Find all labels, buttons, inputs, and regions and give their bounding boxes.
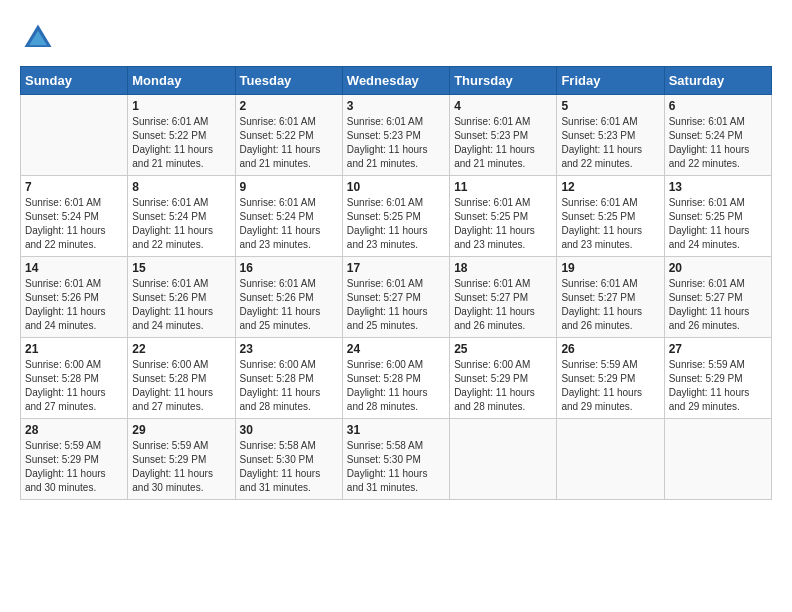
day-number: 19 [561, 261, 659, 275]
day-cell: 27Sunrise: 5:59 AMSunset: 5:29 PMDayligh… [664, 338, 771, 419]
day-number: 24 [347, 342, 445, 356]
day-cell: 4Sunrise: 6:01 AMSunset: 5:23 PMDaylight… [450, 95, 557, 176]
day-cell: 11Sunrise: 6:01 AMSunset: 5:25 PMDayligh… [450, 176, 557, 257]
day-number: 20 [669, 261, 767, 275]
day-info: Sunrise: 6:01 AMSunset: 5:26 PMDaylight:… [240, 277, 338, 333]
day-number: 3 [347, 99, 445, 113]
day-info: Sunrise: 6:01 AMSunset: 5:24 PMDaylight:… [240, 196, 338, 252]
day-info: Sunrise: 6:00 AMSunset: 5:28 PMDaylight:… [240, 358, 338, 414]
header-saturday: Saturday [664, 67, 771, 95]
day-cell: 17Sunrise: 6:01 AMSunset: 5:27 PMDayligh… [342, 257, 449, 338]
day-number: 12 [561, 180, 659, 194]
day-info: Sunrise: 5:59 AMSunset: 5:29 PMDaylight:… [561, 358, 659, 414]
header-wednesday: Wednesday [342, 67, 449, 95]
day-number: 15 [132, 261, 230, 275]
day-info: Sunrise: 5:59 AMSunset: 5:29 PMDaylight:… [669, 358, 767, 414]
day-cell: 8Sunrise: 6:01 AMSunset: 5:24 PMDaylight… [128, 176, 235, 257]
day-cell: 28Sunrise: 5:59 AMSunset: 5:29 PMDayligh… [21, 419, 128, 500]
day-info: Sunrise: 6:01 AMSunset: 5:23 PMDaylight:… [347, 115, 445, 171]
day-number: 22 [132, 342, 230, 356]
header-sunday: Sunday [21, 67, 128, 95]
day-cell: 26Sunrise: 5:59 AMSunset: 5:29 PMDayligh… [557, 338, 664, 419]
day-cell: 1Sunrise: 6:01 AMSunset: 5:22 PMDaylight… [128, 95, 235, 176]
day-info: Sunrise: 6:00 AMSunset: 5:28 PMDaylight:… [347, 358, 445, 414]
day-cell: 20Sunrise: 6:01 AMSunset: 5:27 PMDayligh… [664, 257, 771, 338]
day-cell: 31Sunrise: 5:58 AMSunset: 5:30 PMDayligh… [342, 419, 449, 500]
calendar-header-row: SundayMondayTuesdayWednesdayThursdayFrid… [21, 67, 772, 95]
header-friday: Friday [557, 67, 664, 95]
day-cell: 3Sunrise: 6:01 AMSunset: 5:23 PMDaylight… [342, 95, 449, 176]
day-number: 6 [669, 99, 767, 113]
day-cell [450, 419, 557, 500]
day-number: 5 [561, 99, 659, 113]
day-cell: 7Sunrise: 6:01 AMSunset: 5:24 PMDaylight… [21, 176, 128, 257]
day-cell: 16Sunrise: 6:01 AMSunset: 5:26 PMDayligh… [235, 257, 342, 338]
day-cell: 24Sunrise: 6:00 AMSunset: 5:28 PMDayligh… [342, 338, 449, 419]
day-cell [21, 95, 128, 176]
day-cell: 12Sunrise: 6:01 AMSunset: 5:25 PMDayligh… [557, 176, 664, 257]
day-cell: 9Sunrise: 6:01 AMSunset: 5:24 PMDaylight… [235, 176, 342, 257]
day-info: Sunrise: 6:01 AMSunset: 5:22 PMDaylight:… [240, 115, 338, 171]
day-info: Sunrise: 6:01 AMSunset: 5:27 PMDaylight:… [669, 277, 767, 333]
day-cell: 5Sunrise: 6:01 AMSunset: 5:23 PMDaylight… [557, 95, 664, 176]
day-cell [557, 419, 664, 500]
day-info: Sunrise: 6:01 AMSunset: 5:23 PMDaylight:… [561, 115, 659, 171]
day-number: 1 [132, 99, 230, 113]
day-number: 16 [240, 261, 338, 275]
day-info: Sunrise: 5:58 AMSunset: 5:30 PMDaylight:… [240, 439, 338, 495]
day-info: Sunrise: 5:58 AMSunset: 5:30 PMDaylight:… [347, 439, 445, 495]
day-number: 13 [669, 180, 767, 194]
day-info: Sunrise: 6:01 AMSunset: 5:27 PMDaylight:… [454, 277, 552, 333]
day-cell: 30Sunrise: 5:58 AMSunset: 5:30 PMDayligh… [235, 419, 342, 500]
day-number: 8 [132, 180, 230, 194]
day-info: Sunrise: 6:00 AMSunset: 5:29 PMDaylight:… [454, 358, 552, 414]
day-cell: 10Sunrise: 6:01 AMSunset: 5:25 PMDayligh… [342, 176, 449, 257]
day-cell: 2Sunrise: 6:01 AMSunset: 5:22 PMDaylight… [235, 95, 342, 176]
day-info: Sunrise: 5:59 AMSunset: 5:29 PMDaylight:… [132, 439, 230, 495]
week-row-5: 28Sunrise: 5:59 AMSunset: 5:29 PMDayligh… [21, 419, 772, 500]
logo-icon [20, 20, 56, 56]
day-number: 30 [240, 423, 338, 437]
day-info: Sunrise: 6:01 AMSunset: 5:26 PMDaylight:… [132, 277, 230, 333]
day-number: 21 [25, 342, 123, 356]
day-cell: 6Sunrise: 6:01 AMSunset: 5:24 PMDaylight… [664, 95, 771, 176]
header-monday: Monday [128, 67, 235, 95]
day-info: Sunrise: 6:01 AMSunset: 5:25 PMDaylight:… [347, 196, 445, 252]
day-cell: 19Sunrise: 6:01 AMSunset: 5:27 PMDayligh… [557, 257, 664, 338]
day-info: Sunrise: 6:00 AMSunset: 5:28 PMDaylight:… [132, 358, 230, 414]
day-cell: 13Sunrise: 6:01 AMSunset: 5:25 PMDayligh… [664, 176, 771, 257]
day-info: Sunrise: 6:01 AMSunset: 5:25 PMDaylight:… [669, 196, 767, 252]
day-info: Sunrise: 6:01 AMSunset: 5:25 PMDaylight:… [561, 196, 659, 252]
day-info: Sunrise: 5:59 AMSunset: 5:29 PMDaylight:… [25, 439, 123, 495]
day-number: 14 [25, 261, 123, 275]
day-number: 23 [240, 342, 338, 356]
day-number: 29 [132, 423, 230, 437]
day-cell: 23Sunrise: 6:00 AMSunset: 5:28 PMDayligh… [235, 338, 342, 419]
calendar-table: SundayMondayTuesdayWednesdayThursdayFrid… [20, 66, 772, 500]
header-tuesday: Tuesday [235, 67, 342, 95]
day-info: Sunrise: 6:01 AMSunset: 5:24 PMDaylight:… [132, 196, 230, 252]
day-info: Sunrise: 6:01 AMSunset: 5:25 PMDaylight:… [454, 196, 552, 252]
day-number: 28 [25, 423, 123, 437]
day-number: 18 [454, 261, 552, 275]
day-number: 17 [347, 261, 445, 275]
day-cell: 29Sunrise: 5:59 AMSunset: 5:29 PMDayligh… [128, 419, 235, 500]
day-cell: 14Sunrise: 6:01 AMSunset: 5:26 PMDayligh… [21, 257, 128, 338]
day-cell [664, 419, 771, 500]
day-info: Sunrise: 6:01 AMSunset: 5:27 PMDaylight:… [561, 277, 659, 333]
day-number: 25 [454, 342, 552, 356]
week-row-2: 7Sunrise: 6:01 AMSunset: 5:24 PMDaylight… [21, 176, 772, 257]
day-number: 27 [669, 342, 767, 356]
day-info: Sunrise: 6:01 AMSunset: 5:23 PMDaylight:… [454, 115, 552, 171]
day-cell: 15Sunrise: 6:01 AMSunset: 5:26 PMDayligh… [128, 257, 235, 338]
day-info: Sunrise: 6:01 AMSunset: 5:24 PMDaylight:… [669, 115, 767, 171]
day-info: Sunrise: 6:01 AMSunset: 5:22 PMDaylight:… [132, 115, 230, 171]
page-header [20, 20, 772, 56]
day-number: 9 [240, 180, 338, 194]
logo [20, 20, 60, 56]
day-number: 7 [25, 180, 123, 194]
week-row-3: 14Sunrise: 6:01 AMSunset: 5:26 PMDayligh… [21, 257, 772, 338]
day-cell: 25Sunrise: 6:00 AMSunset: 5:29 PMDayligh… [450, 338, 557, 419]
day-cell: 22Sunrise: 6:00 AMSunset: 5:28 PMDayligh… [128, 338, 235, 419]
day-number: 10 [347, 180, 445, 194]
